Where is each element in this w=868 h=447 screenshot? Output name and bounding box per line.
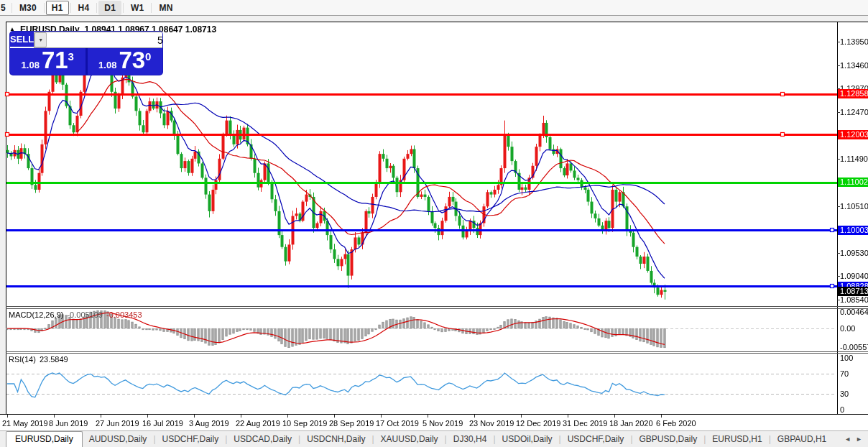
date-tick-label: 8 Jun 2019	[49, 419, 88, 428]
timeframe-button-d1[interactable]: D1	[98, 1, 121, 15]
price-tick-label: 1.08540	[840, 295, 868, 304]
timeframe-button-h1[interactable]: H1	[46, 1, 69, 15]
toolbar-separator	[44, 3, 45, 13]
date-tick-label: 21 May 2019	[2, 419, 48, 428]
tab-scroll-left[interactable]: ◄	[844, 436, 851, 443]
tab-usdcad-daily[interactable]: USDCAD,Daily	[227, 432, 298, 447]
tab-usdcnh-daily[interactable]: USDCNH,Daily	[300, 432, 371, 447]
bid-price-point: 3	[68, 50, 74, 63]
timeframe-button-mn[interactable]: MN	[153, 1, 178, 15]
date-tick-label: 3 Aug 2019	[189, 419, 229, 428]
rsi-label: RSI(14)23.5849	[9, 355, 68, 364]
rsi-scale-label: 70	[840, 369, 849, 378]
macd-value-main: -0.005109	[67, 310, 103, 319]
date-tick-label: 27 Jun 2019	[96, 419, 139, 428]
macd-scale-label: 0.00	[840, 324, 855, 333]
current-price-tag: 1.08713	[838, 287, 868, 296]
tab-gbpusd-daily[interactable]: GBPUSD,Daily	[633, 432, 704, 447]
bid-price-button[interactable]: 1.08 71 3	[10, 48, 86, 75]
sell-button[interactable]: SELL	[10, 32, 34, 48]
price-tick-label: 1.12470	[840, 108, 868, 116]
price-level-tag: 1.12858	[838, 89, 868, 98]
price-tick-label: 1.13460	[840, 61, 868, 70]
timeframe-button-w1[interactable]: W1	[125, 1, 149, 15]
date-tick-label: 28 Sep 2019	[329, 419, 374, 428]
timeframe-button-m30[interactable]: M30	[14, 1, 42, 15]
volume-box: ▼ ▲	[34, 32, 162, 48]
timeframe-toolbar: 5M30H1H4D1W1MN	[0, 0, 868, 16]
date-tick-label: 10 Sep 2019	[282, 419, 327, 428]
toolbar-separator	[123, 3, 124, 13]
macd-value-signal: -0.003453	[106, 310, 142, 319]
volume-input[interactable]	[47, 32, 162, 47]
macd-name: MACD(12,26,9)	[9, 310, 63, 319]
toolbar-separator	[96, 3, 97, 13]
macd-scale-label: -0.005574	[840, 343, 868, 351]
macd-scale-label: 0.004643	[840, 308, 868, 316]
price-level-tag: 1.12003	[838, 130, 868, 139]
tab-xauusd-daily[interactable]: XAUUSD,Daily	[374, 432, 445, 447]
price-tick-label: 1.13950	[840, 37, 868, 46]
tab-usdchf-daily[interactable]: USDCHF,Daily	[156, 432, 226, 447]
tab-usdoil-daily[interactable]: USDOil,Daily	[496, 432, 559, 447]
ask-price-button[interactable]: 1.08 73 0	[88, 48, 163, 75]
tab-scroll-right[interactable]: ►	[856, 436, 862, 443]
toolbar-separator	[151, 3, 152, 13]
ask-price-pips: 73	[119, 50, 145, 71]
date-tick-label: 17 Oct 2019	[376, 419, 419, 428]
tab-eurusd-daily[interactable]: EURUSD,Daily	[6, 431, 83, 447]
tab-usdchf-daily[interactable]: USDCHF,Daily	[561, 432, 631, 447]
one-click-trade-panel: SELL ▼ ▲ BUY 1.08 71 3 1.08 73 0	[10, 32, 162, 75]
price-tick-label: 1.09040	[840, 272, 868, 280]
bid-price-pips: 71	[42, 50, 68, 71]
volume-decrease-button[interactable]: ▼	[34, 32, 47, 47]
date-tick-label: 18 Jan 2020	[609, 419, 653, 428]
toolbar-separator	[70, 3, 71, 13]
rsi-name: RSI(14)	[9, 355, 36, 364]
tab-scroll-arrows: ◄►	[839, 436, 868, 447]
macd-label: MACD(12,26,9)-0.005109-0.003453	[9, 310, 142, 319]
chart-tab-bar: EURUSD,DailyAUDUSD,Daily|USDCHF,Daily|US…	[0, 430, 868, 447]
ask-price-integer: 1.08	[98, 60, 116, 70]
rsi-scale-label: 30	[840, 390, 849, 398]
tab-eurusd-h1[interactable]: EURUSD,H1	[706, 432, 768, 447]
rsi-scale-label: 0	[840, 405, 844, 414]
tab-gbpaud-h1[interactable]: GBPAUD,H1	[771, 432, 833, 447]
date-tick-label: 12 Dec 2019	[516, 419, 560, 428]
date-tick-label: 23 Nov 2019	[469, 419, 514, 428]
price-tick-label: 1.10510	[840, 202, 868, 211]
price-level-tag: 1.10003	[838, 226, 868, 235]
price-tick-label: 1.11490	[840, 155, 868, 163]
date-tick-label: 31 Dec 2019	[563, 419, 607, 428]
ask-price-point: 0	[145, 50, 151, 63]
timeframe-button-h4[interactable]: H4	[73, 1, 96, 15]
date-tick-label: 5 Nov 2019	[423, 419, 463, 428]
timeframe-button-5[interactable]: 5	[0, 1, 10, 15]
date-tick-label: 22 Aug 2019	[236, 419, 280, 428]
tab-dj30-h4[interactable]: DJ30,H4	[447, 432, 494, 447]
date-tick-label: 16 Jul 2019	[142, 419, 183, 428]
rsi-value: 23.5849	[40, 355, 68, 364]
date-tick-label: 6 Feb 2020	[656, 419, 696, 428]
rsi-scale-label: 100	[840, 354, 853, 362]
price-tick-label: 1.09530	[840, 249, 868, 257]
tab-audusd-daily[interactable]: AUDUSD,Daily	[83, 432, 154, 447]
toolbar-separator	[11, 3, 12, 13]
price-level-tag: 1.11002	[838, 178, 868, 187]
bid-price-integer: 1.08	[22, 60, 40, 70]
